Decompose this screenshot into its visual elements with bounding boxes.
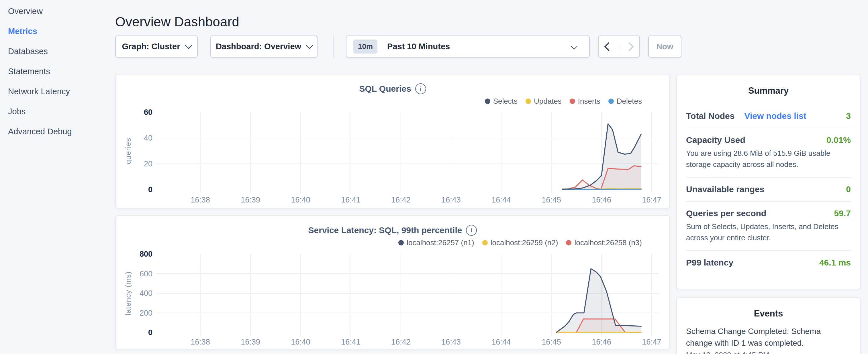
sidebar-item-jobs[interactable]: Jobs bbox=[8, 101, 111, 122]
summary-label: Capacity Used bbox=[686, 135, 745, 145]
chevron-down-icon bbox=[185, 42, 192, 49]
svg-text:60: 60 bbox=[144, 108, 152, 117]
svg-text:16:47: 16:47 bbox=[642, 338, 661, 346]
sidebar-item-overview[interactable]: Overview bbox=[8, 1, 111, 21]
svg-text:600: 600 bbox=[140, 269, 152, 278]
summary-panel: Summary Total Nodes View nodes list 3 Ca… bbox=[676, 74, 861, 289]
svg-text:16:42: 16:42 bbox=[391, 338, 411, 346]
now-button[interactable]: Now bbox=[648, 35, 681, 58]
events-panel: Events Schema Change Completed: Schema c… bbox=[676, 297, 861, 354]
svg-text:16:44: 16:44 bbox=[492, 338, 511, 346]
divider bbox=[686, 201, 851, 202]
svg-text:200: 200 bbox=[140, 309, 152, 317]
dashboard-dropdown[interactable]: Dashboard: Overview bbox=[210, 35, 317, 58]
page-title: Overview Dashboard bbox=[115, 14, 239, 30]
summary-value: 46.1 ms bbox=[819, 258, 851, 267]
sidebar: Overview Metrics Databases Statements Ne… bbox=[8, 1, 111, 141]
summary-value: 0 bbox=[846, 185, 851, 194]
svg-text:16:43: 16:43 bbox=[441, 196, 461, 204]
time-back-button[interactable] bbox=[599, 43, 619, 50]
time-range-label: Past 10 Minutes bbox=[387, 42, 450, 51]
svg-text:queries: queries bbox=[124, 138, 132, 164]
svg-text:800: 800 bbox=[140, 250, 152, 258]
now-button-label: Now bbox=[656, 42, 673, 51]
svg-text:16:38: 16:38 bbox=[191, 196, 210, 204]
svg-text:0: 0 bbox=[148, 185, 152, 194]
svg-text:16:41: 16:41 bbox=[341, 196, 361, 204]
summary-note: Sum of Selects, Updates, Inserts, and De… bbox=[686, 221, 851, 244]
toolbar-divider bbox=[333, 35, 334, 58]
summary-row-total-nodes: Total Nodes View nodes list 3 bbox=[686, 111, 851, 121]
svg-text:16:46: 16:46 bbox=[592, 196, 611, 204]
summary-note: You are using 28.6 MiB of 515.9 GiB usab… bbox=[686, 148, 851, 170]
svg-text:16:38: 16:38 bbox=[191, 338, 210, 346]
time-forward-button[interactable] bbox=[619, 43, 639, 50]
toolbar: Graph: Cluster Dashboard: Overview 10m P… bbox=[115, 35, 681, 58]
event-timestamp: May 13, 2020 at 4:45 PM bbox=[686, 351, 851, 354]
summary-value: 0.01% bbox=[827, 135, 851, 145]
svg-text:16:39: 16:39 bbox=[241, 196, 260, 204]
svg-text:16:40: 16:40 bbox=[291, 196, 310, 204]
svg-text:16:45: 16:45 bbox=[541, 338, 561, 346]
svg-text:16:40: 16:40 bbox=[291, 338, 310, 346]
divider bbox=[686, 128, 851, 128]
svg-text:16:41: 16:41 bbox=[341, 338, 361, 346]
svg-text:16:43: 16:43 bbox=[441, 338, 461, 346]
divider bbox=[686, 177, 851, 178]
summary-label: Total Nodes bbox=[686, 111, 735, 121]
chevron-left-icon bbox=[604, 42, 613, 51]
svg-text:16:47: 16:47 bbox=[642, 196, 661, 204]
service-latency-chart-plot[interactable]: 16:3816:3916:4016:4116:4216:4316:4416:45… bbox=[116, 216, 671, 349]
svg-text:latency (ms): latency (ms) bbox=[124, 271, 132, 315]
view-nodes-list-link[interactable]: View nodes list bbox=[744, 111, 806, 121]
chevron-right-icon bbox=[625, 42, 633, 51]
svg-text:400: 400 bbox=[140, 289, 152, 297]
summary-label: Queries per second bbox=[686, 208, 766, 218]
summary-value: 59.7 bbox=[834, 208, 851, 218]
time-range-badge: 10m bbox=[353, 39, 377, 54]
event-item[interactable]: Schema Change Completed: Schema change w… bbox=[686, 325, 829, 349]
summary-label: Unavailable ranges bbox=[686, 185, 764, 194]
svg-text:40: 40 bbox=[144, 134, 152, 142]
sidebar-item-statements[interactable]: Statements bbox=[8, 61, 111, 81]
svg-text:16:46: 16:46 bbox=[592, 338, 611, 346]
svg-text:16:39: 16:39 bbox=[241, 338, 260, 346]
chevron-down-icon bbox=[570, 43, 578, 50]
summary-row-p99-latency: P99 latency 46.1 ms bbox=[686, 258, 851, 267]
time-step-buttons bbox=[598, 35, 640, 58]
sql-queries-chart-plot[interactable]: 16:3816:3916:4016:4116:4216:4316:4416:45… bbox=[116, 74, 671, 208]
svg-text:16:44: 16:44 bbox=[492, 196, 511, 204]
sidebar-item-metrics[interactable]: Metrics bbox=[8, 21, 111, 41]
sidebar-item-advanced-debug[interactable]: Advanced Debug bbox=[8, 122, 111, 141]
chevron-down-icon bbox=[306, 42, 313, 49]
svg-text:20: 20 bbox=[144, 160, 152, 168]
summary-row-capacity: Capacity Used 0.01% bbox=[686, 135, 851, 145]
svg-text:16:42: 16:42 bbox=[391, 196, 411, 204]
graph-scope-dropdown[interactable]: Graph: Cluster bbox=[115, 35, 198, 58]
graph-scope-dropdown-label: Graph: Cluster bbox=[122, 42, 180, 51]
summary-row-qps: Queries per second 59.7 bbox=[686, 208, 851, 218]
sidebar-item-network-latency[interactable]: Network Latency bbox=[8, 81, 111, 101]
svg-text:0: 0 bbox=[148, 328, 152, 337]
summary-value: 3 bbox=[846, 111, 851, 121]
summary-label: P99 latency bbox=[686, 258, 733, 267]
divider bbox=[686, 250, 851, 251]
service-latency-chart-card: Service Latency: SQL, 99th percentile i … bbox=[115, 215, 670, 350]
dashboard-dropdown-label: Dashboard: Overview bbox=[216, 42, 301, 51]
svg-text:16:45: 16:45 bbox=[541, 196, 561, 204]
summary-row-unavailable-ranges: Unavailable ranges 0 bbox=[686, 185, 851, 194]
time-range-dropdown[interactable]: 10m Past 10 Minutes bbox=[346, 35, 590, 58]
events-title: Events bbox=[686, 308, 851, 319]
summary-title: Summary bbox=[686, 85, 851, 96]
sidebar-item-databases[interactable]: Databases bbox=[8, 41, 111, 61]
sql-queries-chart-card: SQL Queries i SelectsUpdatesInsertsDelet… bbox=[115, 74, 670, 208]
